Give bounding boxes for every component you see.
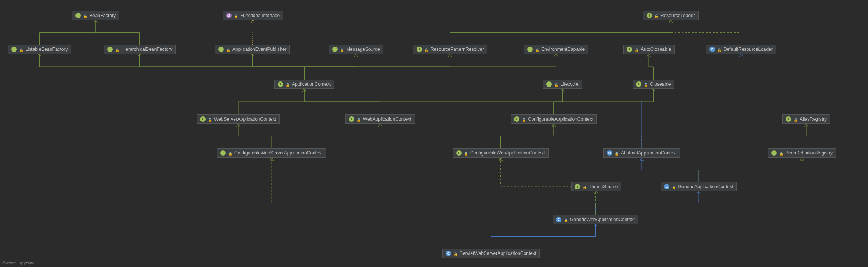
interface-icon: I — [456, 150, 462, 156]
node-label: ResourceLoader — [661, 13, 695, 18]
class-icon: C — [664, 184, 669, 189]
interface-icon: I — [786, 116, 791, 122]
node-ApplicationEventPublisher[interactable]: IApplicationEventPublisher — [215, 45, 290, 54]
node-WebApplicationContext[interactable]: IWebApplicationContext — [345, 114, 415, 124]
node-ListableBeanFactory[interactable]: IListableBeanFactory — [8, 45, 71, 54]
node-ThemeSource[interactable]: IThemeSource — [571, 182, 621, 191]
node-label: FunctionalInterface — [240, 13, 280, 18]
node-label: DefaultResourceLoader — [723, 47, 773, 52]
node-label: BeanDefinitionRegistry — [785, 150, 833, 156]
edge-GenericWebApplicationContext-to-ThemeSource — [596, 191, 596, 215]
class-icon: C — [446, 251, 451, 256]
node-label: ServletWebServerApplicationContext — [460, 251, 536, 256]
edge-ConfigurableWebApplicationContext-to-ConfigurableApplicationContext — [501, 124, 554, 148]
lock-icon — [234, 14, 238, 17]
lock-icon — [208, 117, 212, 121]
node-AutoCloseable[interactable]: IAutoCloseable — [623, 45, 675, 54]
edge-ApplicationContext-to-ResourcePatternResolver — [304, 54, 450, 80]
node-BeanDefinitionRegistry[interactable]: IBeanDefinitionRegistry — [768, 148, 836, 158]
interface-icon: I — [627, 47, 632, 52]
edge-DefaultResourceLoader-to-ResourceLoader — [671, 20, 741, 45]
lock-icon — [357, 117, 361, 121]
lock-icon — [634, 47, 638, 51]
node-BeanFactory[interactable]: IBeanFactory — [72, 11, 119, 20]
edge-AbstractApplicationContext-to-ConfigurableApplicationContext — [554, 124, 642, 148]
node-HierarchicalBeanFactory[interactable]: IHierarchicalBeanFactory — [104, 45, 176, 54]
lock-icon — [228, 151, 232, 155]
interface-icon: I — [514, 116, 519, 122]
edge-ConfigurableWebServerApplicationContext-to-WebServerApplicationContext — [238, 124, 272, 148]
edge-ConfigurableWebApplicationContext-to-WebApplicationContext — [380, 124, 501, 148]
node-ConfigurableWebServerApplicationContext[interactable]: IConfigurableWebServerApplicationContext — [217, 148, 326, 158]
node-GenericApplicationContext[interactable]: CGenericApplicationContext — [661, 182, 737, 191]
lock-icon — [615, 151, 619, 155]
annotation-icon — [226, 13, 232, 18]
node-label: ConfigurableWebServerApplicationContext — [234, 150, 323, 156]
lock-icon — [535, 47, 539, 51]
node-MessageSource[interactable]: IMessageSource — [329, 45, 383, 54]
node-label: AbstractApplicationContext — [621, 150, 677, 156]
edge-ApplicationEventPublisher-to-FunctionalInterface — [253, 20, 253, 45]
node-FunctionalInterface[interactable]: FunctionalInterface — [223, 11, 283, 20]
node-label: ResourcePatternResolver — [431, 47, 484, 52]
node-ResourcePatternResolver[interactable]: IResourcePatternResolver — [413, 45, 487, 54]
edge-GenericApplicationContext-to-BeanDefinitionRegistry — [699, 158, 802, 182]
node-label: Lifecycle — [560, 81, 579, 87]
interface-icon: I — [200, 116, 206, 122]
edge-GenericApplicationContext-to-AbstractApplicationContext — [642, 158, 699, 182]
class-icon: C — [709, 47, 715, 52]
edge-ApplicationContext-to-EnvironmentCapable — [304, 54, 556, 80]
interface-icon: I — [417, 47, 422, 52]
node-label: Closeable — [650, 81, 671, 87]
interface-icon: I — [218, 47, 224, 52]
edge-ConfigurableApplicationContext-to-Closeable — [554, 89, 654, 114]
lock-icon — [654, 14, 658, 17]
node-DefaultResourceLoader[interactable]: CDefaultResourceLoader — [706, 45, 776, 54]
lock-icon — [453, 251, 457, 255]
edge-ApplicationContext-to-MessageSource — [304, 54, 356, 80]
node-label: ThemeSource — [589, 184, 618, 189]
lock-icon — [717, 47, 721, 51]
node-label: WebServerApplicationContext — [214, 116, 276, 122]
node-ConfigurableWebApplicationContext[interactable]: IConfigurableWebApplicationContext — [453, 148, 549, 158]
interface-icon: I — [349, 116, 354, 122]
edge-ApplicationContext-to-HierarchicalBeanFactory — [140, 54, 305, 80]
edge-GenericWebApplicationContext-to-GenericApplicationContext — [596, 191, 699, 215]
node-Lifecycle[interactable]: ILifecycle — [543, 80, 582, 89]
node-ServletWebServerApplicationContext[interactable]: CServletWebServerApplicationContext — [442, 249, 540, 258]
interface-icon: I — [647, 13, 652, 18]
abstract-class-icon: C — [607, 150, 612, 156]
node-label: ConfigurableApplicationContext — [528, 116, 593, 122]
interface-icon: I — [546, 81, 552, 87]
node-WebServerApplicationContext[interactable]: IWebServerApplicationContext — [197, 114, 280, 124]
lock-icon — [115, 47, 119, 51]
edge-ApplicationContext-to-ListableBeanFactory — [40, 54, 305, 80]
lock-icon — [554, 82, 558, 86]
node-label: AutoCloseable — [641, 47, 671, 52]
node-EnvironmentCapable[interactable]: IEnvironmentCapable — [524, 45, 588, 54]
edges-layer — [0, 0, 868, 267]
node-label: ApplicationEventPublisher — [232, 47, 286, 52]
edge-WebApplicationContext-to-ApplicationContext — [304, 89, 380, 114]
node-label: MessageSource — [346, 47, 380, 52]
lock-icon — [464, 151, 468, 155]
lock-icon — [83, 14, 87, 17]
node-label: HierarchicalBeanFactory — [121, 47, 172, 52]
node-Closeable[interactable]: ICloseable — [633, 80, 674, 89]
edge-AbstractApplicationContext-to-DefaultResourceLoader — [642, 54, 741, 148]
node-ApplicationContext[interactable]: IApplicationContext — [274, 80, 334, 89]
interface-icon: I — [75, 13, 81, 18]
interface-icon: I — [771, 150, 777, 156]
edge-BeanDefinitionRegistry-to-AliasRegistry — [802, 124, 806, 148]
interface-icon: I — [107, 47, 113, 52]
node-AbstractApplicationContext[interactable]: CAbstractApplicationContext — [603, 148, 680, 158]
node-ConfigurableApplicationContext[interactable]: IConfigurableApplicationContext — [511, 114, 597, 124]
node-GenericWebApplicationContext[interactable]: CGenericWebApplicationContext — [553, 215, 638, 224]
node-label: GenericWebApplicationContext — [570, 217, 635, 222]
node-label: ApplicationContext — [292, 81, 331, 87]
node-label: ConfigurableWebApplicationContext — [470, 150, 545, 156]
node-ResourceLoader[interactable]: IResourceLoader — [643, 11, 699, 20]
node-AliasRegistry[interactable]: IAliasRegistry — [782, 114, 830, 124]
interface-icon: I — [575, 184, 580, 189]
edge-ServletWebServerApplicationContext-to-ConfigurableWebServerApplicationContext — [272, 158, 491, 249]
